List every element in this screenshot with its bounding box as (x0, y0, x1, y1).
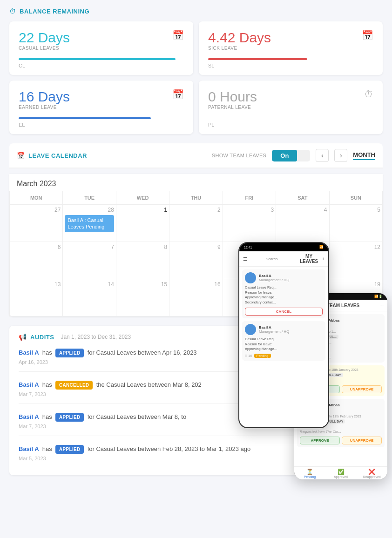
cell-28[interactable]: 28 Basil A : Casual Leaves Pending (63, 205, 116, 242)
user-basil2: Basil A (259, 325, 289, 330)
cell-19[interactable]: 19 (329, 279, 382, 316)
audit-3-badge: APPLIED (55, 413, 84, 422)
audit-2-text: the Casual Leaves between Mar 8, 202 (96, 381, 202, 388)
cell-13[interactable]: 13 (10, 279, 63, 316)
cl-icon: 📅 (172, 30, 184, 41)
avatar-jaseem1 (300, 317, 311, 328)
cell-4[interactable]: 4 (276, 205, 329, 242)
pl-code: PL (208, 122, 373, 128)
toggle-off (297, 153, 310, 158)
day-header-mon: MON (10, 191, 63, 205)
cell-3[interactable]: 3 (223, 205, 276, 242)
cell-6[interactable]: 6 (10, 242, 63, 279)
calendar-controls: SHOW TEAM LEAVES On ‹ › MONTH (212, 149, 375, 162)
leave-calendar-header: 📅 LEAVE CALENDAR SHOW TEAM LEAVES On ‹ ›… (9, 143, 383, 168)
cell-12[interactable]: 12 (329, 242, 382, 279)
unapprove-btn-2[interactable]: UNAPPROVE (342, 437, 382, 444)
badge-1day: 1 DAY (309, 373, 322, 377)
cell-17[interactable]: 17 (223, 279, 276, 316)
el-icon: 📅 (172, 89, 184, 100)
badge-fullday: FULL DAY (324, 373, 343, 377)
leave-calendar-container: 📅 LEAVE CALENDAR SHOW TEAM LEAVES On ‹ ›… (9, 143, 383, 316)
day-header-thu: THU (169, 191, 223, 205)
approve-btn-2[interactable]: APPROVE (300, 437, 340, 444)
audit-4-text: for Casual Leaves between Feb 28, 2023 t… (88, 445, 251, 452)
leave-event-basil: Basil A : Casual Leaves Pending (65, 215, 114, 232)
cell-9[interactable]: 9 (169, 242, 223, 279)
sl-value: 4.42 Days (208, 30, 271, 46)
audit-item-4: Basil A has APPLIED for Casual Leaves be… (19, 444, 373, 468)
cl-bar (19, 58, 176, 60)
cell-2[interactable]: 2 (169, 205, 223, 242)
cell-16[interactable]: 16 (169, 279, 223, 316)
tab-unapproved[interactable]: ❌Unapproved (356, 469, 387, 478)
day-header-sat: SAT (276, 191, 329, 205)
audit-3-date: Mar 7, 2023 (19, 424, 373, 429)
day-header-tue: TUE (63, 191, 116, 205)
sl-icon: 📅 (362, 30, 373, 41)
balance-card-sl: 4.42 Days SICK LEAVE 📅 SL (199, 21, 383, 75)
calendar-week-1: 27 28 Basil A : Casual Leaves Pending 1 … (10, 205, 383, 242)
cell-18[interactable]: 18 (276, 279, 329, 316)
balance-section-header: ⏱ BALANCE REMAINING (9, 7, 383, 15)
cell-5[interactable]: 5 (329, 205, 382, 242)
el-label: EARNED LEAVE (19, 105, 70, 110)
audit-1-name: Basil A (19, 349, 39, 356)
cl-label: CASUAL LEAVES (19, 46, 70, 51)
day-header-wed: WED (116, 191, 169, 205)
audit-item-2: Basil A has CANCELLED the Casual Leaves … (19, 380, 373, 404)
audit-3-name: Basil A (19, 413, 39, 420)
day-header-fri: FRI (223, 191, 276, 205)
cell-10[interactable]: 10 (223, 242, 276, 279)
audit-item-3: Basil A has APPLIED for Casual Leaves be… (19, 412, 373, 436)
calendar-week-2: 6 7 8 9 10 11 12 (10, 242, 383, 279)
cell-14[interactable]: 14 (63, 279, 116, 316)
cell-27[interactable]: 27 (10, 205, 63, 242)
pl-label: PATERNAL LEAVE (208, 105, 257, 110)
tab-approved[interactable]: ✅Approved (325, 469, 357, 478)
audit-2-name: Basil A (19, 381, 39, 388)
cell-7[interactable]: 7 (63, 242, 116, 279)
cell-15[interactable]: 15 (116, 279, 169, 316)
audits-section: 12:47 📶🔋 ☰ TEAM LEAVES + (9, 326, 383, 475)
calendar-week-3: 13 14 15 16 17 18 19 (10, 279, 383, 316)
audit-2-badge: CANCELLED (55, 381, 93, 390)
cell-8[interactable]: 8 (116, 242, 169, 279)
balance-card-pl: 0 Hours PATERNAL LEAVE ⏱ PL (199, 81, 383, 134)
tab-pending[interactable]: ⏳Pending (294, 469, 325, 478)
audit-4-date: Mar 5, 2023 (19, 456, 373, 461)
next-month-button[interactable]: › (334, 149, 347, 162)
phone-back-tabs: ⏳Pending ✅Approved ❌Unapproved (294, 466, 387, 479)
calendar-icon: 📅 (17, 152, 25, 159)
el-bar (19, 117, 151, 119)
pl-icon: ⏱ (364, 89, 373, 100)
cl-value: 22 Days (19, 30, 70, 46)
el-value: 16 Days (19, 89, 70, 105)
audit-1-badge: APPLIED (55, 349, 84, 357)
cell-11[interactable]: 11 (276, 242, 329, 279)
show-team-label: SHOW TEAM LEAVES (212, 153, 266, 158)
cl-code: CL (19, 63, 184, 68)
calendar-section: March 2023 MON TUE WED THU FRI SAT SUN (9, 174, 383, 316)
audits-date-range: Jan 1, 2023 to Dec 31, 2023 (61, 334, 131, 340)
balance-card-el: 16 Days EARNED LEAVE 📅 EL (9, 81, 193, 134)
badge-el: EL (300, 373, 308, 377)
pl-value: 0 Hours (208, 89, 257, 105)
user-jaseem1: Jaseem Abbas (314, 318, 340, 323)
audits-header: 📢 AUDITS Jan 1, 2023 to Dec 31, 2023 (19, 333, 373, 341)
month-view-label: MONTH (353, 151, 375, 160)
toggle-on-button[interactable]: On (272, 150, 297, 161)
audit-2-date: Mar 7, 2023 (19, 391, 373, 397)
el-code: EL (19, 122, 184, 128)
calendar-table: MON TUE WED THU FRI SAT SUN 27 28 (9, 191, 383, 316)
audit-1-date: Apr 16, 2023 (19, 359, 373, 365)
sl-label: SICK LEAVE (208, 46, 271, 51)
audit-4-name: Basil A (19, 445, 39, 452)
audits-title: AUDITS (30, 334, 54, 341)
prev-month-button[interactable]: ‹ (316, 149, 329, 162)
cell-1[interactable]: 1 (116, 205, 169, 242)
audits-icon: 📢 (19, 333, 27, 341)
calendar-month-title: March 2023 (9, 174, 383, 191)
balance-grid: 22 Days CASUAL LEAVES 📅 CL 4.42 Days SIC… (9, 21, 383, 134)
day-header-sun: SUN (329, 191, 382, 205)
